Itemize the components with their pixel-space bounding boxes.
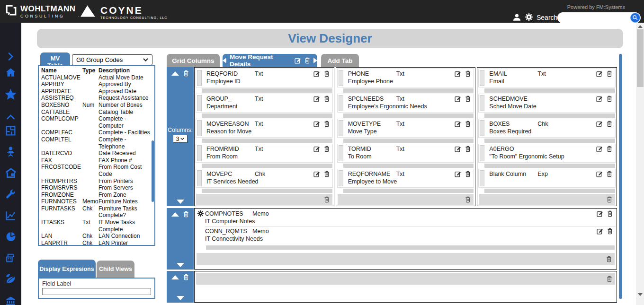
move-house-icon[interactable] [4, 166, 17, 179]
move-section-down-arrow[interactable] [177, 263, 184, 267]
edit-field-button[interactable] [313, 171, 320, 177]
delete-field-button[interactable] [324, 96, 330, 102]
tab-child-views[interactable]: Child Views [97, 261, 134, 278]
delete-row-button[interactable] [607, 276, 612, 282]
tools-wrench-icon[interactable] [4, 188, 17, 201]
drag-handle[interactable] [339, 145, 343, 161]
field-cell[interactable]: MOVETYPETxtMove Type [337, 119, 474, 138]
drop-zone[interactable] [484, 164, 615, 168]
edit-field-button[interactable] [455, 171, 461, 177]
delete-field-button[interactable] [465, 96, 471, 102]
floorplan-icon[interactable] [4, 124, 17, 137]
scroll-up-arrow[interactable] [638, 25, 643, 28]
drag-handle[interactable] [197, 95, 202, 111]
drop-zone[interactable] [484, 189, 615, 193]
delete-field-button[interactable] [607, 210, 613, 217]
edit-field-button[interactable] [313, 96, 320, 102]
mv-field-row[interactable]: FRCOSTCODEFrom Room Cost Code [41, 164, 154, 177]
field-label-input[interactable] [42, 288, 151, 295]
list-scrollbar-thumb[interactable] [152, 140, 154, 202]
scroll-down-arrow[interactable] [638, 293, 643, 296]
field-cell[interactable]: MOVEREASONTxtReason for Move [196, 119, 333, 138]
edit-field-button[interactable] [596, 70, 603, 77]
delete-field-button[interactable] [324, 146, 330, 152]
field-cell[interactable]: Blank ColumnExp [478, 169, 616, 188]
delete-section-button[interactable] [183, 274, 189, 280]
edit-field-button[interactable] [597, 228, 603, 235]
drag-handle[interactable] [339, 70, 343, 86]
edit-field-button[interactable] [313, 146, 320, 152]
mv-field-row[interactable]: FAXFAX Phone # [41, 157, 154, 164]
drop-zone[interactable] [202, 88, 332, 93]
delete-field-button[interactable] [465, 146, 471, 152]
sustainability-leaf-icon[interactable] [4, 272, 17, 285]
delete-field-button[interactable] [607, 96, 612, 102]
section-footer[interactable] [196, 273, 615, 285]
edit-field-button[interactable] [455, 70, 461, 77]
designer-scrollbar-thumb[interactable] [619, 54, 622, 299]
mv-field-row[interactable]: LANChkLAN Connection [41, 233, 154, 240]
drag-handle[interactable] [480, 120, 484, 136]
drop-zone[interactable] [484, 113, 615, 118]
delete-field-button[interactable] [465, 171, 471, 177]
drop-zone[interactable] [343, 88, 474, 93]
drop-zone[interactable] [343, 139, 474, 143]
field-cell[interactable]: SPCLNEEDSTxtEmployee's Ergonomic Needs [337, 94, 474, 113]
scrollbar-thumb[interactable] [637, 29, 644, 87]
delete-field-button[interactable] [607, 171, 612, 177]
field-cell[interactable]: MOVEPCChkIT Services Needed [196, 169, 333, 188]
section-settings-handle[interactable] [196, 209, 205, 244]
field-cell[interactable]: FROMRMIDTxtFrom Room [196, 144, 333, 163]
mv-field-row[interactable]: ASSISTREQRequest Assistance [41, 95, 154, 102]
search-button[interactable] [630, 13, 640, 23]
mv-field-row[interactable]: ITTASKSTxtIT Move Tasks Complete [41, 219, 154, 233]
drop-zone[interactable] [343, 189, 474, 193]
drag-handle[interactable] [197, 170, 202, 186]
window-scrollbar[interactable] [636, 23, 644, 305]
drop-zone[interactable] [202, 189, 332, 193]
drop-zone[interactable] [202, 164, 332, 168]
delete-field-button[interactable] [324, 121, 330, 127]
delete-section-button[interactable] [183, 211, 189, 218]
group-codes-dropdown[interactable]: G0 Group Codes [72, 54, 152, 65]
edit-field-button[interactable] [455, 96, 461, 102]
move-section-up-arrow[interactable] [171, 212, 179, 217]
delete-column-button[interactable] [465, 196, 471, 203]
tab-grid-columns[interactable]: Grid Columns [167, 54, 220, 67]
delete-field-button[interactable] [324, 70, 330, 77]
delete-column-button[interactable] [324, 196, 330, 203]
prev-tab-arrow[interactable] [223, 58, 226, 63]
field-cell[interactable]: PHONETxtEmployee Phone [337, 69, 474, 87]
collapse-chevron-icon[interactable] [4, 111, 17, 123]
delete-field-button[interactable] [465, 121, 471, 127]
expand-chevron-icon[interactable] [4, 50, 17, 63]
mv-field-row[interactable]: FROMZONEFrom Zone [41, 192, 154, 199]
drag-handle[interactable] [480, 145, 484, 161]
drag-handle[interactable] [480, 70, 484, 86]
analytics-chart-icon[interactable] [4, 209, 17, 222]
delete-field-button[interactable] [607, 228, 613, 235]
mv-field-row[interactable]: COMPLTELComplete - Telephone [41, 136, 154, 150]
move-section-down-arrow[interactable] [177, 200, 184, 204]
drag-handle[interactable] [480, 95, 484, 111]
field-row[interactable]: CONN_RQMTSMemoIT Connectivity Needs [205, 227, 616, 244]
delete-section-button[interactable] [183, 70, 189, 77]
edit-field-button[interactable] [597, 210, 603, 217]
field-row[interactable]: COMPNOTESMemoIT Computer Notes [205, 209, 616, 227]
drop-zone[interactable] [202, 139, 332, 143]
favorites-star-icon[interactable] [4, 88, 17, 101]
field-cell[interactable]: EMAILTxtEmail [478, 69, 616, 87]
edit-field-button[interactable] [596, 171, 603, 177]
mv-field-row[interactable]: ACTUALMOVEActual Move Date [41, 74, 154, 81]
edit-field-button[interactable] [313, 70, 320, 77]
delete-field-button[interactable] [607, 146, 612, 152]
drag-handle[interactable] [197, 70, 202, 86]
reports-pie-icon[interactable] [4, 230, 17, 243]
edit-field-button[interactable] [455, 146, 461, 152]
tab-move-request-details[interactable]: Move Request Details [223, 54, 317, 67]
search-input[interactable] [562, 13, 628, 22]
next-tab-arrow[interactable] [313, 58, 317, 63]
mv-field-row[interactable]: BOXESNONumNumber of Boxes [41, 102, 154, 109]
edit-field-button[interactable] [596, 96, 603, 102]
move-section-down-arrow[interactable] [177, 296, 184, 300]
